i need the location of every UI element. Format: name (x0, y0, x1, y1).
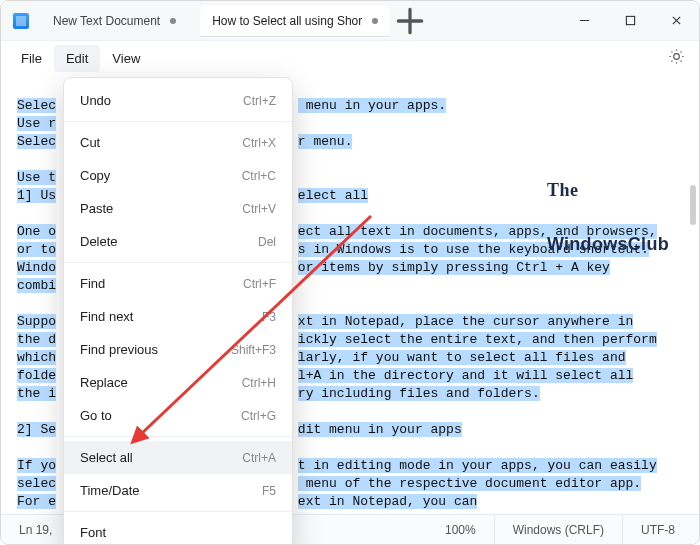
t: folde (17, 368, 56, 383)
t: ickly select the entire text, and then p… (298, 332, 657, 347)
t: Selec (17, 98, 56, 113)
t: r menu. (298, 134, 353, 149)
tab-active[interactable]: How to Select all using Shor (200, 5, 390, 37)
t: the i (17, 386, 56, 401)
app-icon (13, 13, 29, 29)
menu-item-cut[interactable]: CutCtrl+X (64, 126, 292, 159)
t: selec (17, 476, 56, 491)
t: 1] Us (17, 188, 56, 203)
modified-dot-icon (372, 18, 378, 24)
separator (64, 436, 292, 437)
svg-rect-0 (626, 16, 634, 24)
menu-view[interactable]: View (100, 45, 152, 72)
settings-button[interactable] (662, 42, 691, 74)
scrollbar-thumb[interactable] (690, 185, 696, 225)
close-button[interactable] (653, 1, 699, 41)
t: Selec (17, 134, 56, 149)
notepad-window: New Text Document How to Select all usin… (0, 0, 700, 545)
title-bar: New Text Document How to Select all usin… (1, 1, 699, 41)
new-tab-button[interactable] (396, 7, 424, 35)
t: the d (17, 332, 56, 347)
t: which (17, 350, 56, 365)
gear-icon (668, 48, 685, 65)
separator (64, 262, 292, 263)
menu-item-replace[interactable]: ReplaceCtrl+H (64, 366, 292, 399)
close-icon (671, 15, 682, 26)
menu-item-go-to[interactable]: Go toCtrl+G (64, 399, 292, 432)
t: ext in Notepad, you can (298, 494, 477, 509)
t: xt in Notepad, place the cursor anywhere… (298, 314, 633, 329)
menu-item-delete[interactable]: DeleteDel (64, 225, 292, 258)
status-position: Ln 19, (7, 515, 71, 544)
maximize-icon (625, 15, 636, 26)
t: l+A in the directory and it will select … (298, 368, 633, 383)
t: Use t (17, 170, 56, 185)
tab-label: How to Select all using Shor (212, 14, 362, 28)
t: or to (17, 242, 56, 257)
t: If yo (17, 458, 56, 473)
menu-item-paste[interactable]: PasteCtrl+V (64, 192, 292, 225)
t: dit menu in your apps (298, 422, 462, 437)
menu-item-find-next[interactable]: Find nextF3 (64, 300, 292, 333)
menu-item-copy[interactable]: CopyCtrl+C (64, 159, 292, 192)
plus-icon (396, 7, 424, 35)
t: Suppo (17, 314, 56, 329)
menu-item-font[interactable]: Font (64, 516, 292, 545)
tab-label: New Text Document (53, 14, 160, 28)
watermark-line1: The (547, 181, 669, 199)
separator (64, 511, 292, 512)
minimize-button[interactable] (561, 1, 607, 41)
status-eol[interactable]: Windows (CRLF) (495, 515, 623, 544)
t: menu of the respective document editor a… (298, 476, 641, 491)
t: elect all (298, 188, 368, 203)
menu-item-find[interactable]: FindCtrl+F (64, 267, 292, 300)
t: larly, if you want to select all files a… (298, 350, 626, 365)
edit-menu-dropdown: UndoCtrl+Z CutCtrl+X CopyCtrl+C PasteCtr… (63, 77, 293, 545)
t: Windo (17, 260, 56, 275)
menu-item-select-all[interactable]: Select allCtrl+A (64, 441, 292, 474)
maximize-button[interactable] (607, 1, 653, 41)
tab-inactive[interactable]: New Text Document (41, 5, 188, 37)
modified-dot-icon (170, 18, 176, 24)
status-encoding[interactable]: UTF-8 (623, 515, 693, 544)
menu-edit[interactable]: Edit (54, 45, 100, 72)
menu-bar: File Edit View (1, 41, 699, 75)
status-zoom[interactable]: 100% (427, 515, 495, 544)
watermark-logo: The WindowsClub (547, 145, 669, 289)
separator (64, 121, 292, 122)
menu-item-find-previous[interactable]: Find previousShift+F3 (64, 333, 292, 366)
t: 2] Se (17, 422, 56, 437)
t: For e (17, 494, 56, 509)
menu-item-undo[interactable]: UndoCtrl+Z (64, 84, 292, 117)
t: ry including files and folders. (298, 386, 540, 401)
menu-file[interactable]: File (9, 45, 54, 72)
window-controls (561, 1, 699, 41)
t: menu in your apps. (298, 98, 446, 113)
menu-item-time-date[interactable]: Time/DateF5 (64, 474, 292, 507)
t: One o (17, 224, 56, 239)
t: Use r (17, 116, 56, 131)
t: t in editing mode in your apps, you can … (298, 458, 657, 473)
minimize-icon (579, 15, 590, 26)
t: combi (17, 278, 56, 293)
watermark-line2: WindowsClub (547, 235, 669, 253)
